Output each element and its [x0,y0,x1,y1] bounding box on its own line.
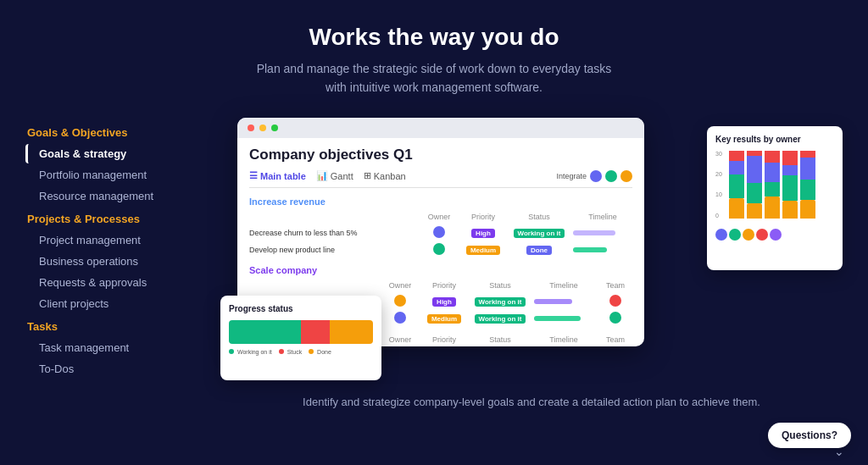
priority-badge-2: Medium [461,246,505,254]
col-header-task [249,213,417,221]
table-header-row: Owner Priority Status Timeline [249,211,632,223]
kr-chart [729,151,815,219]
kr-avatar-5 [770,229,782,241]
col-header-timeline: Timeline [573,213,632,221]
priority-badge-1: High [461,229,505,237]
sidebar-item-client[interactable]: Client projects [25,294,203,313]
category-title-tasks: Tasks [25,320,203,333]
progress-bar [229,320,373,344]
segment-stuck [301,320,330,344]
kr-avatar-1 [715,229,727,241]
avatar-3 [620,170,632,182]
avatar-2 [605,170,617,182]
dot-green [271,125,278,131]
section-increase-revenue: Increase revenue Owner Priority Status T… [249,197,632,258]
card-title: Company objectives Q1 [249,147,632,163]
col-header-priority: Priority [461,213,505,221]
task-label-1: Decrease churn to less than 5% [249,229,417,237]
sidebar: Goals & Objectives Goals & strategy Port… [25,118,203,465]
kr-avatars [715,229,834,241]
sidebar-item-project-mgmt[interactable]: Project management [25,230,203,250]
kr-bar-group-2 [747,151,762,219]
table-header-row-2: Owner Priority Status Timeline Team [249,280,632,291]
dot-red [248,125,254,131]
avatar-1 [590,170,602,182]
sidebar-category-projects: Projects & Processes Project management … [25,213,203,313]
sidebar-item-requests[interactable]: Requests & approvals [25,273,203,292]
category-title-goals: Goals & Objectives [25,126,203,139]
table-row: Decrease churn to less than 5% High Work… [249,224,632,241]
kr-avatar-3 [743,229,754,241]
timeline-2 [573,247,632,252]
owner-avatar-2 [422,243,456,257]
col-header-owner: Owner [422,213,456,221]
sidebar-item-portfolio[interactable]: Portfolio management [25,165,203,185]
chevron-down-icon: ⌄ [834,445,844,458]
sidebar-item-goals-strategy[interactable]: Goals & strategy [25,144,203,163]
sidebar-item-task-mgmt[interactable]: Task management [25,338,203,357]
kr-bar-group-3 [765,151,780,219]
card-tabs: ☰ Main table 📊 Gantt ⊞ Kanban Integrate [249,170,632,188]
kr-avatar-4 [756,229,768,241]
status-badge-2: Done [510,246,568,254]
task-label-2: Develop new product line [249,246,417,254]
kr-avatar-2 [729,229,741,241]
kr-y-axis: 3020100 [715,151,722,219]
kr-bar-group-4 [782,151,798,219]
legend-stuck: Stuck [279,349,302,355]
kr-bar-group-5 [800,151,815,219]
tab-gantt[interactable]: 📊 Gantt [316,170,353,182]
page-title: Works the way you do [257,24,612,51]
description-text: Identify and strategize company-level go… [220,396,843,408]
card-header [237,118,644,138]
key-results-card: Key results by owner 3020100 [707,126,843,270]
section-label-revenue: Increase revenue [249,197,632,207]
dot-yellow [259,125,266,131]
section-label-scale: Scale company [249,265,632,275]
progress-title: Progress status [229,304,373,313]
table-row: Develop new product line Medium Done [249,241,632,258]
sidebar-item-business-ops[interactable]: Business operations [25,252,203,271]
sidebar-category-tasks: Tasks Task management To-Dos [25,320,203,379]
legend-dot-working [229,349,234,354]
kr-bar-group-1 [729,151,744,219]
right-content: Company objectives Q1 ☰ Main table 📊 Gan… [203,118,843,465]
screenshots-area: Company objectives Q1 ☰ Main table 📊 Gan… [220,118,843,389]
segment-done [330,320,373,344]
legend-dot-done [309,349,314,354]
legend-done: Done [309,349,331,355]
integrate-label: Integrate [556,172,587,180]
status-badge-1: Working on it [510,229,568,237]
page-subtitle: Plan and manage the strategic side of wo… [257,59,612,97]
sidebar-category-goals: Goals & Objectives Goals & strategy Port… [25,126,203,206]
progress-card: Progress status Working on it S [220,296,381,380]
tab-kanban[interactable]: ⊞ Kanban [364,170,406,182]
legend-working: Working on it [229,349,272,355]
category-title-projects: Projects & Processes [25,213,203,225]
legend-dot-stuck [279,349,284,354]
sidebar-item-todos[interactable]: To-Dos [25,359,203,379]
progress-legend: Working on it Stuck Done [229,349,373,355]
header: Works the way you do Plan and manage the… [240,0,629,109]
main-container: Works the way you do Plan and manage the… [0,0,868,465]
sidebar-item-resource[interactable]: Resource management [25,186,203,206]
content-area: Goals & Objectives Goals & strategy Port… [0,109,868,465]
col-header-status: Status [510,213,568,221]
tab-main-table[interactable]: ☰ Main table [249,170,306,182]
timeline-1 [573,230,632,235]
key-results-title: Key results by owner [715,135,834,144]
segment-working [229,320,301,344]
owner-avatar-1 [422,226,456,240]
